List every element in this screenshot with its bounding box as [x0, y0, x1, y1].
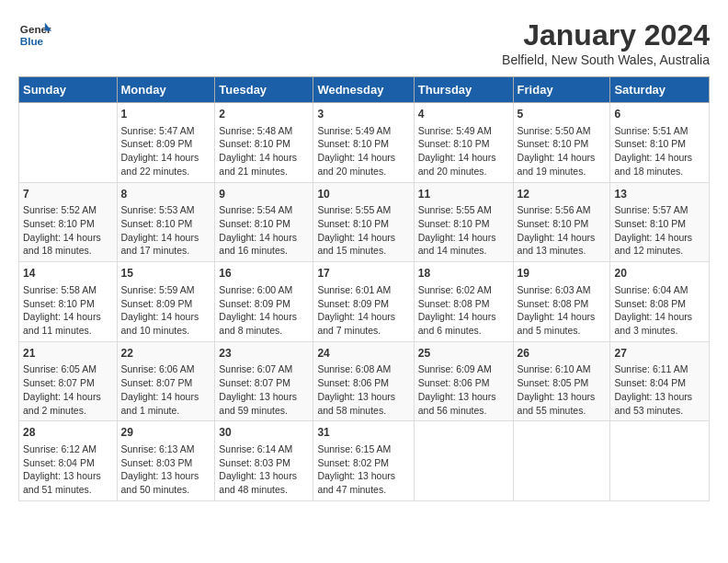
day-info: Sunrise: 5:57 AM: [614, 203, 705, 217]
day-info: Sunrise: 6:02 AM: [418, 283, 509, 297]
day-info: Daylight: 14 hours: [23, 310, 113, 324]
day-number: 9: [219, 187, 309, 202]
day-info: Daylight: 14 hours: [418, 231, 509, 245]
day-info: and 16 minutes.: [219, 244, 309, 258]
day-info: Daylight: 13 hours: [317, 469, 409, 483]
calendar-cell: [414, 421, 513, 501]
day-info: and 19 minutes.: [518, 165, 607, 178]
day-info: Sunrise: 6:01 AM: [317, 283, 409, 297]
calendar-cell: 11Sunrise: 5:55 AMSunset: 8:10 PMDayligh…: [414, 182, 513, 262]
calendar-cell: 19Sunrise: 6:03 AMSunset: 8:08 PMDayligh…: [513, 262, 610, 342]
calendar-cell: 12Sunrise: 5:56 AMSunset: 8:10 PMDayligh…: [513, 182, 610, 262]
subtitle: Belfield, New South Wales, Australia: [502, 52, 710, 67]
day-info: Sunset: 8:10 PM: [317, 137, 409, 151]
day-info: Sunrise: 6:03 AM: [518, 283, 607, 297]
day-info: Sunrise: 5:51 AM: [614, 124, 705, 138]
calendar-cell: 9Sunrise: 5:54 AMSunset: 8:10 PMDaylight…: [215, 182, 313, 262]
day-number: 13: [614, 187, 705, 202]
day-info: and 56 minutes.: [418, 404, 509, 418]
calendar-cell: 20Sunrise: 6:04 AMSunset: 8:08 PMDayligh…: [610, 262, 710, 342]
day-info: Sunrise: 5:47 AM: [121, 124, 211, 138]
header-friday: Friday: [513, 77, 610, 103]
calendar-cell: 4Sunrise: 5:49 AMSunset: 8:10 PMDaylight…: [414, 103, 513, 183]
day-info: Daylight: 14 hours: [518, 151, 607, 165]
day-info: Sunrise: 5:53 AM: [121, 203, 211, 217]
day-info: Sunset: 8:09 PM: [121, 297, 211, 311]
day-info: Sunrise: 6:08 AM: [317, 362, 409, 376]
calendar-cell: 25Sunrise: 6:09 AMSunset: 8:06 PMDayligh…: [414, 341, 513, 421]
day-info: Sunrise: 5:54 AM: [219, 203, 309, 217]
day-number: 1: [121, 107, 211, 122]
day-info: Sunrise: 5:48 AM: [219, 124, 309, 138]
day-info: Sunset: 8:07 PM: [219, 376, 309, 390]
day-info: and 5 minutes.: [518, 324, 607, 338]
day-info: Sunset: 8:09 PM: [219, 297, 309, 311]
day-number: 30: [219, 425, 309, 441]
calendar-cell: 17Sunrise: 6:01 AMSunset: 8:09 PMDayligh…: [313, 262, 414, 342]
day-info: Daylight: 14 hours: [219, 231, 309, 245]
day-info: Daylight: 14 hours: [317, 231, 409, 245]
day-info: Sunset: 8:07 PM: [121, 376, 211, 390]
calendar-cell: 22Sunrise: 6:06 AMSunset: 8:07 PMDayligh…: [117, 341, 215, 421]
calendar-cell: 1Sunrise: 5:47 AMSunset: 8:09 PMDaylight…: [117, 103, 215, 183]
header: General Blue January 2024 Belfield, New …: [18, 18, 710, 67]
calendar-cell: 23Sunrise: 6:07 AMSunset: 8:07 PMDayligh…: [215, 341, 313, 421]
header-thursday: Thursday: [414, 77, 513, 103]
calendar-cell: 29Sunrise: 6:13 AMSunset: 8:03 PMDayligh…: [117, 421, 215, 501]
day-info: Sunrise: 5:49 AM: [418, 124, 509, 138]
day-info: Sunset: 8:10 PM: [614, 217, 705, 231]
day-info: Daylight: 14 hours: [614, 151, 705, 165]
day-number: 4: [418, 107, 509, 122]
calendar-cell: 30Sunrise: 6:14 AMSunset: 8:03 PMDayligh…: [215, 421, 313, 501]
day-info: Daylight: 13 hours: [418, 390, 509, 404]
day-info: Sunrise: 5:49 AM: [317, 124, 409, 138]
day-info: Daylight: 14 hours: [121, 390, 211, 404]
calendar-cell: 27Sunrise: 6:11 AMSunset: 8:04 PMDayligh…: [610, 341, 710, 421]
day-info: Daylight: 14 hours: [518, 310, 607, 324]
logo-icon: General Blue: [18, 18, 51, 52]
header-saturday: Saturday: [610, 77, 710, 103]
calendar-cell: 31Sunrise: 6:15 AMSunset: 8:02 PMDayligh…: [313, 421, 414, 501]
day-info: Sunrise: 6:15 AM: [317, 442, 409, 456]
day-info: Sunrise: 6:10 AM: [518, 362, 607, 376]
day-info: Sunset: 8:08 PM: [518, 297, 607, 311]
day-info: Daylight: 14 hours: [121, 151, 211, 165]
day-info: Sunrise: 6:11 AM: [614, 362, 705, 376]
day-number: 2: [219, 107, 309, 122]
calendar-cell: 8Sunrise: 5:53 AMSunset: 8:10 PMDaylight…: [117, 182, 215, 262]
day-info: and 6 minutes.: [418, 324, 509, 338]
header-wednesday: Wednesday: [313, 77, 414, 103]
day-info: Sunrise: 6:00 AM: [219, 283, 309, 297]
week-row-5: 28Sunrise: 6:12 AMSunset: 8:04 PMDayligh…: [19, 421, 710, 501]
day-info: Daylight: 14 hours: [418, 151, 509, 165]
title-area: January 2024 Belfield, New South Wales, …: [502, 18, 710, 67]
day-number: 15: [121, 266, 211, 282]
day-info: Sunset: 8:10 PM: [518, 137, 607, 151]
day-info: Daylight: 13 hours: [121, 469, 211, 483]
day-info: Sunset: 8:09 PM: [317, 297, 409, 311]
calendar-cell: 14Sunrise: 5:58 AMSunset: 8:10 PMDayligh…: [19, 262, 118, 342]
calendar-cell: 7Sunrise: 5:52 AMSunset: 8:10 PMDaylight…: [19, 182, 118, 262]
day-number: 20: [614, 266, 705, 282]
day-info: Daylight: 14 hours: [219, 310, 309, 324]
day-number: 16: [219, 266, 309, 282]
day-info: Sunrise: 6:09 AM: [418, 362, 509, 376]
week-row-2: 7Sunrise: 5:52 AMSunset: 8:10 PMDaylight…: [19, 182, 710, 262]
day-number: 27: [614, 346, 705, 362]
day-info: Daylight: 14 hours: [418, 310, 509, 324]
day-number: 23: [219, 346, 309, 362]
day-info: and 20 minutes.: [317, 165, 409, 178]
calendar-cell: 28Sunrise: 6:12 AMSunset: 8:04 PMDayligh…: [19, 421, 118, 501]
day-info: Daylight: 14 hours: [317, 151, 409, 165]
day-number: 10: [317, 187, 409, 202]
day-info: Daylight: 13 hours: [23, 469, 113, 483]
day-info: Sunset: 8:06 PM: [317, 376, 409, 390]
day-info: Daylight: 13 hours: [614, 390, 705, 404]
day-info: Sunset: 8:10 PM: [518, 217, 607, 231]
day-info: and 10 minutes.: [121, 324, 211, 338]
day-number: 19: [518, 266, 607, 282]
day-info: and 18 minutes.: [614, 165, 705, 178]
calendar-cell: 21Sunrise: 6:05 AMSunset: 8:07 PMDayligh…: [19, 341, 118, 421]
day-info: and 53 minutes.: [614, 404, 705, 418]
calendar-cell: 26Sunrise: 6:10 AMSunset: 8:05 PMDayligh…: [513, 341, 610, 421]
